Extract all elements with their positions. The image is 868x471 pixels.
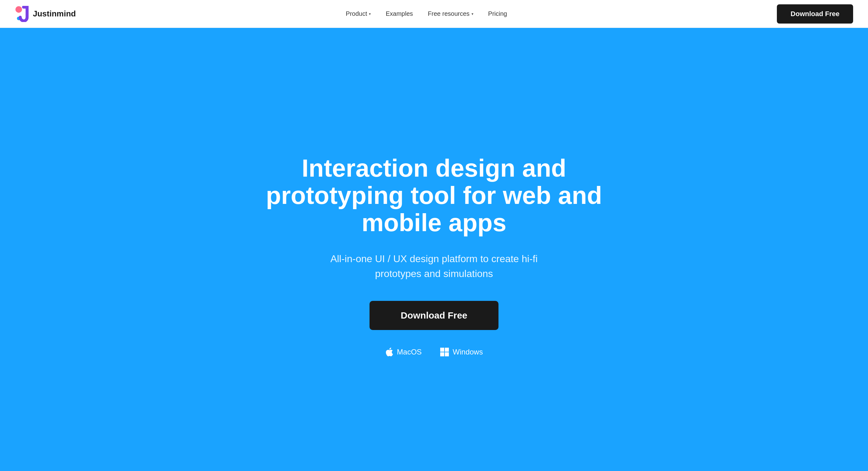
hero-section: Interaction design and prototyping tool …: [0, 28, 868, 471]
hero-subtitle: All-in-one UI / UX design platform to cr…: [310, 251, 558, 281]
navbar-nav: Product ▾ Examples Free resources ▾ Pric…: [346, 10, 507, 18]
nav-item-free-resources-label: Free resources: [428, 10, 470, 18]
svg-rect-2: [440, 348, 444, 352]
navbar: Justinmind Product ▾ Examples Free resou…: [0, 0, 868, 28]
hero-download-button[interactable]: Download Free: [370, 301, 498, 330]
product-chevron-icon: ▾: [369, 12, 371, 16]
windows-icon: [440, 348, 449, 356]
windows-label: Windows: [453, 348, 483, 356]
svg-rect-3: [445, 348, 449, 352]
nav-item-free-resources[interactable]: Free resources ▾: [428, 10, 473, 18]
hero-platforms: MacOS Windows: [385, 347, 483, 357]
macos-label: MacOS: [397, 348, 422, 356]
nav-item-product[interactable]: Product ▾: [346, 10, 371, 18]
navbar-download-button[interactable]: Download Free: [777, 4, 853, 24]
nav-item-product-label: Product: [346, 10, 367, 18]
nav-item-pricing[interactable]: Pricing: [488, 10, 507, 18]
nav-item-pricing-label: Pricing: [488, 10, 507, 18]
svg-point-0: [16, 6, 22, 12]
logo-link[interactable]: Justinmind: [15, 6, 76, 22]
platform-windows: Windows: [440, 348, 483, 356]
nav-item-examples-label: Examples: [385, 10, 413, 18]
svg-rect-5: [445, 352, 449, 356]
svg-rect-4: [440, 352, 444, 356]
platform-macos: MacOS: [385, 347, 422, 357]
free-resources-chevron-icon: ▾: [471, 12, 473, 16]
hero-title: Interaction design and prototyping tool …: [248, 155, 620, 237]
logo-icon: [15, 6, 30, 22]
apple-icon: [385, 347, 393, 357]
logo-text: Justinmind: [33, 9, 76, 19]
nav-item-examples[interactable]: Examples: [385, 10, 413, 18]
